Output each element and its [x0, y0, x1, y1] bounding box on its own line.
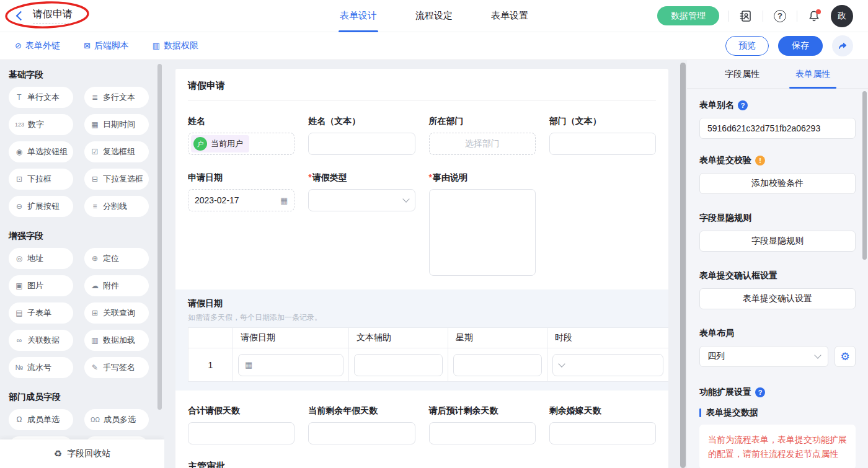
sidebar-item-signature[interactable]: ✎手写签名 [84, 357, 149, 378]
submit-data-subsection: 表单提交数据 [699, 407, 856, 418]
visibility-rules-label: 字段显隐规则 [699, 213, 856, 224]
sidebar-item-serial-number[interactable]: №流水号 [9, 357, 73, 378]
sidebar-item-multi-select[interactable]: ⊟下拉复选框 [84, 169, 149, 190]
text-assist-input[interactable] [354, 354, 443, 376]
sidebar-item-linked-data[interactable]: ∞关联数据 [9, 330, 73, 351]
help-icon[interactable]: ? [755, 387, 765, 397]
back-icon[interactable] [16, 11, 26, 21]
form-title: 请假申请 [188, 80, 656, 101]
subform-icon: ▤ [15, 309, 24, 317]
image-icon: ▣ [15, 281, 24, 290]
sidebar-item-member-multi[interactable]: ΩΩ成员多选 [84, 409, 149, 430]
field-label: 所在部门 [429, 116, 536, 127]
address-book-icon[interactable] [738, 9, 753, 24]
sidebar-item-subform[interactable]: ▤子表单 [9, 302, 73, 324]
predicted-remaining-input[interactable] [429, 422, 536, 444]
sidebar-item-number[interactable]: 123数字 [9, 114, 73, 135]
department-picker[interactable]: 选择部门 [429, 133, 536, 155]
sidebar-item-linked-query[interactable]: ⊞关联查询 [84, 302, 149, 324]
sidebar-item-multi-line-text[interactable]: ≣多行文本 [84, 87, 149, 108]
field-reason[interactable]: 事由说明 [429, 172, 536, 276]
help-icon[interactable]: ? [773, 9, 787, 24]
field-name[interactable]: 姓名 户 当前用户 [188, 116, 294, 155]
sidebar-item-attachment[interactable]: ☁附件 [84, 275, 149, 296]
field-department[interactable]: 所在部门 选择部门 [429, 116, 536, 155]
radio-icon: ◉ [15, 148, 24, 156]
add-validation-button[interactable]: 添加校验条件 [699, 173, 856, 194]
current-user-tag[interactable]: 户 当前用户 [191, 135, 249, 152]
sidebar-item-data-load[interactable]: ▥数据加载 [84, 330, 149, 351]
canvas-scrollbar[interactable] [680, 63, 686, 468]
remaining-annual-input[interactable] [308, 422, 415, 444]
sidebar-item-member-single[interactable]: Ω成员单选 [9, 409, 73, 430]
item-label: 子表单 [27, 307, 51, 319]
remaining-marriage-input[interactable] [549, 422, 656, 444]
name-input[interactable]: 户 当前用户 [188, 133, 294, 155]
recycle-label: 字段回收站 [67, 448, 110, 459]
backend-script-link[interactable]: ⊠ 后端脚本 [84, 40, 129, 51]
confirm-box-button[interactable]: 表单提交确认设置 [699, 288, 856, 309]
single-line-text-icon: T [15, 93, 24, 102]
sidebar-item-checkbox-group[interactable]: ☑复选框组 [84, 141, 149, 162]
total-days-input[interactable] [188, 422, 294, 444]
reason-textarea[interactable] [429, 189, 536, 276]
field-remaining-marriage[interactable]: 剩余婚嫁天数 [549, 405, 656, 444]
address-pin-icon: ◎ [15, 254, 24, 263]
sidebar-scrollbar[interactable] [157, 64, 162, 410]
help-icon[interactable]: ? [738, 100, 748, 110]
field-predicted-remaining[interactable]: 请后预计剩余天数 [429, 405, 536, 444]
leave-date-input[interactable]: ▦ [238, 354, 343, 376]
user-avatar[interactable]: 政 [831, 5, 853, 27]
department-text-input[interactable] [549, 133, 656, 155]
item-label: 复选框组 [103, 146, 135, 157]
panel-scrollbar[interactable] [862, 91, 867, 260]
properties-panel: 字段属性 表单属性 表单别名 ? 5916d621c32d751fb2a0629… [687, 60, 868, 468]
tab-flow-setting[interactable]: 流程设定 [415, 0, 453, 32]
field-label: 事由说明 [429, 172, 536, 183]
sidebar-item-image[interactable]: ▣图片 [9, 275, 73, 296]
data-manage-button[interactable]: 数据管理 [657, 6, 719, 25]
form-external-link[interactable]: ⊘ 表单外链 [15, 40, 60, 51]
leave-dates-subform[interactable]: 请假日期 如需请多天假，每个日期添加一条记录。 请假日期 文本辅助 星期 时段 … [175, 289, 668, 391]
period-select[interactable] [552, 354, 663, 376]
tab-form-setting[interactable]: 表单设置 [491, 0, 528, 32]
subform-description: 如需请多天假，每个日期添加一条记录。 [188, 312, 656, 323]
sidebar-item-radio-group[interactable]: ◉单选按钮组 [9, 141, 73, 162]
sidebar-item-extend-button[interactable]: ⊖扩展按钮 [9, 196, 73, 217]
layout-gear-button[interactable]: ⚙ [835, 346, 856, 367]
layout-select[interactable]: 四列 [699, 346, 828, 367]
field-leave-type[interactable]: 请假类型 [308, 172, 415, 276]
page-title[interactable]: 请假申请 [33, 8, 73, 24]
weekday-input[interactable] [453, 354, 542, 376]
sidebar-item-address[interactable]: ◎地址 [9, 248, 73, 269]
multi-dropdown-icon: ⊟ [91, 175, 99, 183]
field-recycle-bin[interactable]: ♻ 字段回收站 [0, 439, 164, 468]
form-alias-input[interactable]: 5916d621c32d751fb2a06293 [699, 118, 856, 139]
top-bar: 请假申请 表单设计 流程设定 表单设置 数据管理 ? 政 [0, 0, 868, 32]
field-name-text[interactable]: 姓名（文本） [308, 116, 415, 155]
tab-form-properties[interactable]: 表单属性 [795, 60, 830, 89]
sidebar-item-divider[interactable]: ≡分割线 [84, 196, 149, 217]
divider [763, 11, 763, 22]
sidebar-item-select[interactable]: ⊡下拉框 [9, 169, 73, 190]
share-button[interactable] [832, 35, 853, 56]
field-remaining-annual[interactable]: 当前剩余年假天数 [308, 405, 415, 444]
warning-icon[interactable]: ! [755, 156, 765, 166]
field-department-text[interactable]: 部门（文本） [549, 116, 656, 155]
name-text-input[interactable] [308, 133, 415, 155]
data-permission-link[interactable]: ▥ 数据权限 [153, 40, 198, 51]
field-apply-date[interactable]: 申请日期 2023-02-17 ▦ [188, 172, 294, 276]
save-button[interactable]: 保存 [778, 36, 823, 56]
leave-type-select[interactable] [308, 189, 415, 211]
tab-field-properties[interactable]: 字段属性 [725, 60, 760, 89]
sidebar-item-location[interactable]: ⊕定位 [84, 248, 149, 269]
sidebar-item-single-line-text[interactable]: T单行文本 [9, 87, 73, 108]
visibility-rules-button[interactable]: 字段显隐规则 [699, 231, 856, 252]
bell-icon[interactable] [807, 9, 822, 24]
field-total-days[interactable]: 合计请假天数 [188, 405, 294, 444]
sidebar-item-datetime[interactable]: ▦日期时间 [84, 114, 149, 135]
preview-button[interactable]: 预览 [725, 36, 769, 56]
main-tabs: 表单设计 流程设定 表单设置 [340, 0, 528, 32]
apply-date-input[interactable]: 2023-02-17 ▦ [188, 189, 294, 211]
tab-form-design[interactable]: 表单设计 [340, 0, 377, 32]
